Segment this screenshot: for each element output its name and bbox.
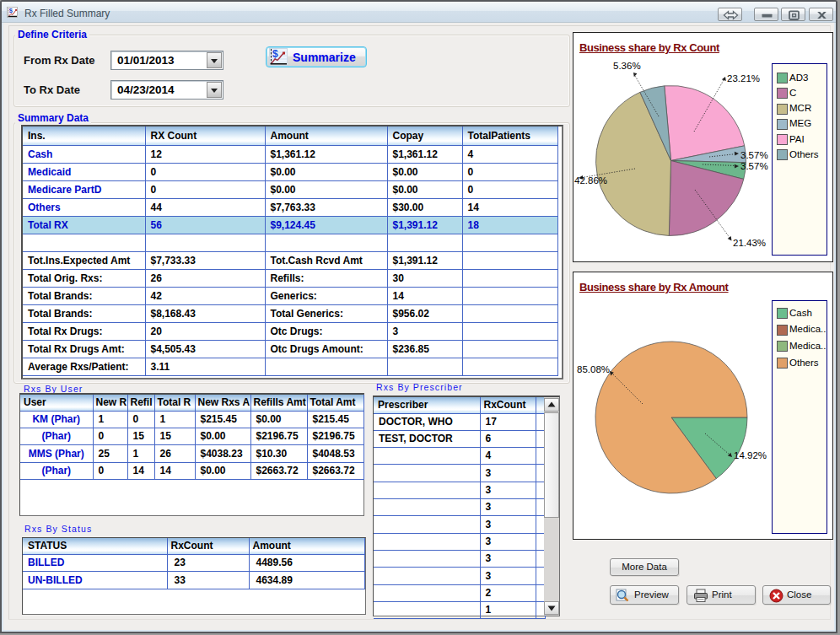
svg-text:$: $ — [272, 48, 278, 60]
